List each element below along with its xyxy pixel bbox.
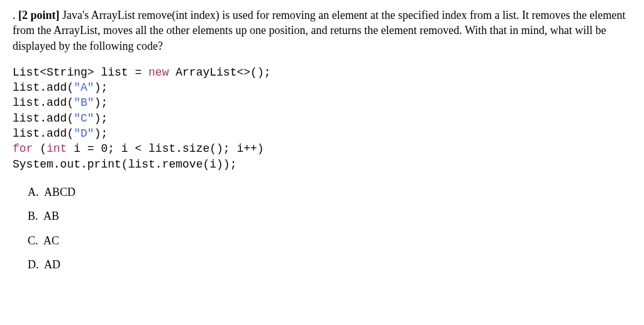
question-body: Java's ArrayList remove(int index) is us… [13, 9, 625, 52]
option-letter: A. [28, 186, 39, 198]
code-l6a: ( [33, 142, 47, 155]
code-l1a: List<String> list = [13, 66, 148, 79]
option-text: AC [43, 234, 59, 247]
option-text: AB [43, 210, 59, 222]
code-l4b: ); [94, 112, 108, 125]
code-l5b: ); [94, 127, 108, 140]
code-l4a: list.add( [13, 112, 74, 125]
code-l3a: list.add( [13, 96, 74, 109]
options-list: A. ABCD B. AB C. AC D. AD [13, 185, 631, 272]
code-l5a: list.add( [13, 127, 74, 140]
question-text: . [2 point] Java's ArrayList remove(int … [13, 8, 631, 54]
option-letter: C. [28, 234, 38, 247]
code-l3-str: "B" [74, 96, 94, 109]
code-l6-kw1: for [13, 142, 33, 155]
option-b[interactable]: B. AB [28, 208, 631, 224]
points-label: [2 point] [18, 9, 60, 21]
option-a[interactable]: A. ABCD [28, 185, 631, 200]
option-d[interactable]: D. AD [28, 257, 631, 272]
option-letter: D. [28, 258, 39, 271]
code-l2a: list.add( [13, 81, 74, 94]
code-l6-kw2: int [47, 142, 67, 155]
code-l3b: ); [94, 96, 108, 109]
code-l6b: i = 0; i < list.size(); i++) [67, 142, 264, 155]
code-l7: System.out.print(list.remove(i)); [13, 158, 236, 171]
code-l5-str: "D" [74, 127, 94, 140]
code-l1-kw: new [148, 66, 169, 79]
code-l4-str: "C" [74, 112, 94, 125]
option-c[interactable]: C. AC [28, 233, 631, 248]
code-l2b: ); [94, 81, 108, 94]
option-letter: B. [28, 210, 38, 222]
code-l1b: ArrayList<>(); [169, 66, 270, 79]
option-text: ABCD [44, 186, 75, 198]
option-text: AD [44, 258, 60, 271]
code-block: List<String> list = new ArrayList<>(); l… [13, 65, 631, 172]
code-l2-str: "A" [74, 81, 94, 94]
question-prefix: . [13, 9, 18, 21]
